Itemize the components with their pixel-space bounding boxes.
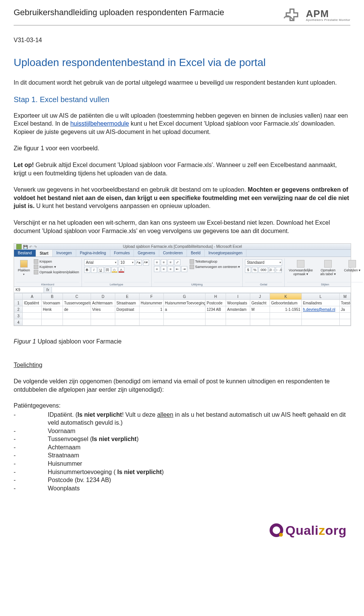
col-header[interactable]: C [63,293,91,300]
format-painter-button[interactable]: Opmaak kopiëren/plakken [34,270,79,274]
cell[interactable] [23,306,42,313]
bold-button[interactable]: B [84,267,90,273]
undo-icon[interactable]: ↶ [29,245,32,249]
col-header[interactable]: M [340,293,351,300]
conditional-format-button[interactable]: Voorwaardelijke opmaak ▾ [287,259,314,277]
select-all-corner[interactable] [14,293,23,300]
cell[interactable]: a [164,306,206,313]
huisstijlbeheermodule-link[interactable]: huisstijlbeheermodule [70,120,129,127]
name-box[interactable]: K9 [14,287,44,293]
col-header[interactable]: I [226,293,250,300]
col-header-selected[interactable]: K [270,293,302,300]
cell[interactable]: Geslacht [250,300,270,306]
tab-controleren[interactable]: Controleren [159,250,187,257]
currency-button[interactable]: $ [245,267,251,273]
redo-icon[interactable]: ↷ [34,245,37,249]
tab-invoegtoepassingen[interactable]: Invoegtoepassingen [205,250,247,257]
thousands-button[interactable]: 000 [259,267,268,273]
col-header[interactable]: J [250,293,270,300]
col-header[interactable]: G [164,293,206,300]
tab-pagina-indeling[interactable]: Pagina-indeling [76,250,110,257]
cell[interactable]: Voornaam [42,300,63,306]
shrink-font-button[interactable]: A▾ [143,260,149,266]
align-middle-button[interactable]: ≡ [161,259,167,265]
qz-z: z [318,523,325,537]
cell[interactable]: Achternaam [91,300,115,306]
format-as-table-button[interactable]: Opmaken als tabel ▾ [317,259,339,277]
col-header[interactable]: B [42,293,63,300]
percent-button[interactable]: % [252,267,258,273]
grow-font-button[interactable]: A▴ [136,260,142,266]
spreadsheet-grid[interactable]: A B C D E F G H I J K L M 1 IDpatiënt [14,293,351,326]
indent-dec-button[interactable]: ⇤ [174,266,180,272]
cell[interactable]: Vries [91,306,115,313]
tab-beeld[interactable]: Beeld [187,250,205,257]
underline-button[interactable]: U [98,267,104,273]
col-header[interactable]: A [23,293,42,300]
align-center-button[interactable]: ≡ [161,266,167,272]
inc-decimal-button[interactable]: .0→ [269,267,275,273]
copy-button[interactable]: Kopiëren ▾ [34,265,79,269]
cell[interactable]: de [63,306,91,313]
font-size-select[interactable]: 10 [119,259,135,266]
col-header[interactable]: F [140,293,164,300]
row-header[interactable]: 4 [14,319,23,326]
font-color-button[interactable]: A [118,267,124,273]
col-header[interactable]: H [206,293,226,300]
cell[interactable]: Emailadres [302,300,340,306]
field-row: -Huisnummertoevoeging ( Is niet verplich… [14,468,350,476]
row-header[interactable]: 3 [14,313,23,319]
merge-center-button[interactable]: Samenvoegen en centreren ▾ [190,265,240,269]
row-header[interactable]: 1 [14,300,23,306]
email-link[interactable]: h.devries@email.nl [303,307,335,312]
tab-formules[interactable]: Formules [110,250,134,257]
orientation-button[interactable]: ⤢ [174,259,180,265]
cell[interactable]: Huisnummer [140,300,164,306]
tab-bestand[interactable]: Bestand [14,250,36,257]
cell[interactable]: Amsterdam [226,306,250,313]
cell[interactable]: ToestemmingEmail [340,300,351,306]
cut-button[interactable]: Knippen [34,259,79,264]
cell-styles-button[interactable]: Celstijlen ▾ [342,259,363,273]
row-header[interactable]: 2 [14,306,23,313]
cell[interactable]: 1 [140,306,164,313]
indent-inc-button[interactable]: ⇥ [181,266,187,272]
cell[interactable]: h.devries@email.nl [302,306,340,313]
cell[interactable]: Geboortedatum [270,300,302,306]
col-header[interactable]: E [115,293,140,300]
fill-color-button[interactable]: ◇ [111,267,118,273]
cell[interactable]: 1234 AB [206,306,226,313]
tab-start[interactable]: Start [36,250,53,257]
save-icon[interactable]: 💾 [23,245,28,249]
step1-paragraph-1: Exporteer uit uw AIS de patiënten die u … [14,112,350,136]
cell[interactable]: Dorpstraat [115,306,140,313]
cell[interactable]: Straatnaam [115,300,140,306]
col-header[interactable]: L [302,293,340,300]
paste-button[interactable]: Plakken ▾ [16,259,31,277]
tab-invoegen[interactable]: Invoegen [53,250,76,257]
italic-button[interactable]: I [91,267,97,273]
tab-gegevens[interactable]: Gegevens [134,250,159,257]
number-format-select[interactable]: Standaard [245,259,282,266]
cell[interactable]: Woonplaats [226,300,250,306]
formula-input[interactable] [52,287,351,293]
align-right-button[interactable]: ≡ [168,266,174,272]
col-header[interactable]: D [91,293,115,300]
cross-icon [282,8,304,23]
wrap-text-button[interactable]: Tekstterugloop [190,259,240,264]
cell[interactable]: Henk [42,306,63,313]
cell[interactable]: IDpatiënt [23,300,42,306]
cell[interactable]: Tussenvoegsels [63,300,91,306]
cell[interactable]: M [250,306,270,313]
border-button[interactable]: 田 [105,267,111,273]
cell[interactable]: Postcode [206,300,226,306]
cell[interactable]: HuisnummerToevoeging [164,300,206,306]
align-left-button[interactable]: ≡ [154,266,160,272]
cell[interactable]: Ja [340,306,351,313]
align-top-button[interactable]: ≡ [154,259,160,265]
dec-decimal-button[interactable]: ←.0 [276,267,282,273]
cell[interactable]: 1-1-1951 [270,306,302,313]
font-name-select[interactable]: Arial [84,259,118,266]
align-bottom-button[interactable]: ≡ [168,259,174,265]
scissors-icon [34,259,38,264]
